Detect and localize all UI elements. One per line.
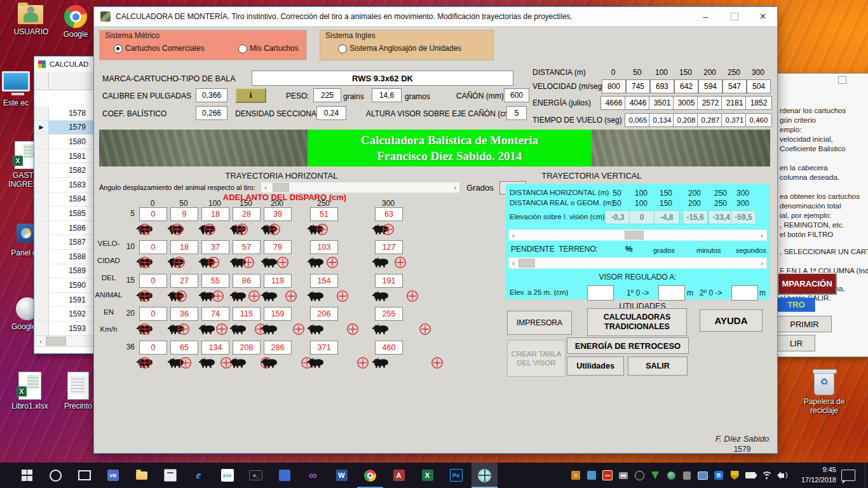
help-text-line: gún criterio — [780, 116, 816, 124]
crosshair-icon — [268, 222, 281, 236]
coef-input[interactable]: 0,266 — [196, 106, 227, 120]
elev25-input[interactable] — [587, 285, 614, 301]
scroll-left-icon[interactable]: ‹ — [509, 230, 518, 240]
taskbar-app-access[interactable]: A — [386, 463, 412, 488]
recycle-bin-icon — [814, 371, 834, 395]
scrollbar-thumb[interactable] — [625, 231, 644, 240]
radio-label[interactable]: Mis Cartuchos — [250, 44, 299, 53]
second-zero-input[interactable] — [731, 285, 758, 301]
scrollbar-thumb[interactable] — [46, 337, 66, 346]
taskbar-app-word[interactable]: W — [329, 463, 355, 488]
radio-mis-cartuchos[interactable] — [238, 44, 247, 53]
tray-media-icon[interactable] — [587, 470, 597, 480]
taskbar-app-command-prompt[interactable]: >_ — [243, 463, 269, 488]
desktop-icon-libro[interactable]: Libro1.xlsx — [5, 372, 55, 410]
taskbar-clock[interactable]: 9:45 17/12/2018 — [787, 464, 836, 486]
scroll-left-icon[interactable]: ‹ — [36, 336, 45, 346]
scrollbar-thumb[interactable] — [273, 183, 289, 192]
main-titlebar[interactable]: CALCULADORA DE MONTERÍA. Tiro instintivo… — [94, 7, 777, 26]
tray-usb-icon[interactable] — [682, 470, 692, 480]
radio-cartuchos-comerciales[interactable] — [114, 44, 123, 53]
lead-value: 55 — [201, 274, 229, 288]
tray-volume-icon[interactable] — [777, 470, 787, 480]
cartridge-help-window[interactable]: rdenar los cartuchosgún criterioemplo:ve… — [776, 73, 868, 357]
desktop-icon-usuario[interactable]: USUARIO — [6, 5, 56, 36]
taskbar-app-b4a[interactable]: B4A — [214, 463, 240, 488]
crear-tabla-button[interactable]: CREAR TABLA DEL VISOR — [507, 340, 566, 377]
grid-horizontal-scrollbar[interactable]: ‹ — [36, 336, 100, 347]
tray-globe-icon[interactable] — [666, 470, 676, 480]
tray-book-icon[interactable]: ≡ — [571, 470, 581, 480]
taskbar-app-excel[interactable]: X — [414, 463, 440, 488]
minimize-button[interactable]: – — [691, 7, 720, 26]
salir-help-button[interactable]: LIR — [777, 335, 815, 351]
tray-download-icon[interactable] — [650, 470, 660, 480]
radio-anglosajon[interactable] — [338, 44, 347, 53]
tray-creative-cloud-icon[interactable] — [634, 470, 644, 480]
tray-bluetooth-icon[interactable]: B — [714, 470, 724, 480]
scroll-left-icon[interactable]: ‹ — [261, 182, 270, 193]
lead-value: 57 — [233, 240, 261, 254]
action-center-icon[interactable] — [841, 470, 855, 481]
taskbar-app-cortana[interactable] — [43, 463, 69, 488]
tray-power-icon[interactable] — [745, 470, 756, 480]
comparacion-button[interactable]: MPARACIÓN — [777, 273, 837, 295]
taskbar-app-visual-studio[interactable]: ∞ — [300, 463, 326, 488]
animal-lead-indicator — [371, 288, 460, 305]
canon-input[interactable]: 600 — [504, 88, 529, 102]
desktop-icon-google[interactable]: Google — [53, 5, 98, 39]
impresora-button[interactable]: IMPRESORA — [507, 311, 572, 335]
filtro-button[interactable]: TRO — [777, 297, 815, 312]
scrollbar-thumb[interactable] — [519, 259, 535, 268]
info-button[interactable]: i — [235, 88, 266, 103]
first-zero-input[interactable] — [658, 285, 685, 301]
altura-input[interactable]: 5 — [506, 106, 527, 120]
imprimir-button[interactable]: PRIMIR — [777, 316, 832, 332]
densidad-input[interactable]: 0,24 — [316, 106, 346, 120]
lead-value: 159 — [264, 307, 292, 321]
taskbar-app-ballistic-calculator[interactable] — [471, 463, 498, 488]
grains-input[interactable]: 225 — [313, 88, 341, 102]
taskbar-app-file-explorer[interactable] — [128, 463, 154, 488]
taskbar-app-chrome[interactable] — [357, 463, 383, 488]
scroll-right-icon[interactable]: › — [451, 182, 459, 193]
calculadoras-button[interactable]: CALCULADORAS TRADICIONALES — [587, 308, 687, 336]
scroll-left-icon[interactable]: ‹ — [509, 258, 518, 268]
taskbar-app-delphi[interactable] — [271, 463, 297, 488]
distance-value: 250 — [722, 68, 745, 77]
taskbar-app-calculator[interactable] — [157, 463, 183, 488]
elevation-scrollbar[interactable]: ‹ › — [508, 229, 767, 241]
taskbar-app-start[interactable] — [14, 463, 40, 488]
taskbar-app-internet-explorer[interactable]: e — [186, 463, 212, 488]
tray-ccu-icon[interactable]: ccu — [602, 470, 613, 480]
tray-display-icon[interactable] — [698, 470, 708, 480]
show-desktop-button[interactable] — [865, 463, 868, 488]
row-marker: ▶ — [34, 121, 49, 135]
boar-icon — [198, 323, 217, 336]
taskbar-app-photoshop[interactable]: Ps — [443, 463, 469, 488]
utilidades-button[interactable]: Utilidades — [567, 356, 624, 376]
dr-value: 100 — [628, 199, 654, 208]
radio-label[interactable]: Sistema Anglosajón de Unidades — [349, 44, 461, 53]
scroll-right-icon[interactable]: › — [757, 258, 766, 268]
desktop-icon-recycle-bin[interactable]: Papelera de reciclaje — [799, 371, 849, 415]
tray-wifi-icon[interactable] — [761, 470, 771, 480]
angle-scrollbar[interactable]: ‹ › — [261, 182, 460, 193]
maximize-button[interactable] — [720, 7, 749, 26]
tray-printer-icon[interactable] — [618, 470, 628, 480]
energia-button[interactable]: ENERGÍA DE RETROCESO — [567, 337, 689, 354]
ayuda-button[interactable]: AYUDA — [700, 309, 763, 332]
salir-button[interactable]: SALIR — [628, 356, 688, 376]
elevation-value: -33,4 — [709, 210, 734, 224]
grams-input[interactable]: 14,6 — [372, 88, 402, 102]
taskbar-app-task-view[interactable] — [71, 463, 97, 488]
close-button[interactable]: × — [749, 7, 777, 26]
caliber-input[interactable]: 0,366 — [196, 88, 227, 102]
scroll-right-icon[interactable]: › — [757, 230, 766, 240]
cartridge-input[interactable]: RWS 9.3x62 DK — [252, 71, 513, 86]
radio-label[interactable]: Cartuchos Comerciales — [125, 44, 205, 53]
help-text-line: el botón FILTRO — [780, 231, 833, 238]
taskbar-app-visual-basic[interactable]: VB — [100, 463, 126, 488]
slope-scrollbar[interactable]: ‹ › — [508, 257, 767, 269]
tray-defender-icon[interactable] — [729, 470, 740, 480]
